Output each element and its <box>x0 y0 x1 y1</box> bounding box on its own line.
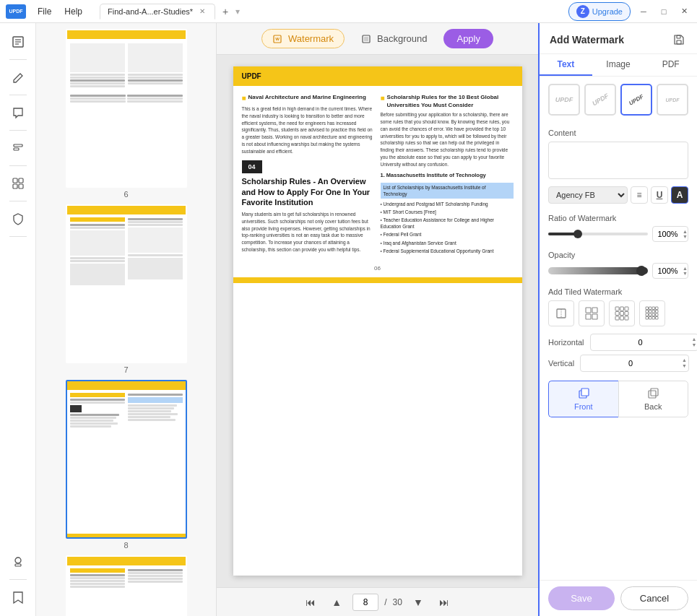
svg-rect-50 <box>581 389 589 396</box>
opacity-slider-thumb[interactable] <box>636 266 646 276</box>
right-panel: Add Watermark Text Image PDF UPDF UPDF U… <box>538 23 697 616</box>
upgrade-button[interactable]: Z Upgrade <box>568 2 631 21</box>
maximize-btn[interactable]: □ <box>657 4 671 19</box>
opacity-slider-track[interactable] <box>548 267 648 274</box>
vertical-down-arrow[interactable]: ▼ <box>682 363 687 369</box>
minimize-btn[interactable]: ─ <box>636 4 651 19</box>
last-page-btn[interactable]: ⏭ <box>434 592 454 612</box>
thumbnail-page-6[interactable]: 6 <box>42 29 210 199</box>
font-select[interactable]: Agency FB <box>548 186 628 204</box>
ratio-down-arrow[interactable]: ▼ <box>683 234 688 239</box>
right-panel-title: Add Watermark <box>550 34 624 45</box>
svg-rect-42 <box>649 313 652 316</box>
horizontal-up-arrow[interactable]: ▲ <box>692 337 697 342</box>
horizontal-row: Horizontal ▲ ▼ <box>548 334 688 351</box>
left-toolbar <box>0 23 36 616</box>
tiled-single[interactable] <box>548 300 574 326</box>
vertical-up-arrow[interactable]: ▲ <box>682 357 687 363</box>
cancel-button[interactable]: Cancel <box>620 586 688 610</box>
svg-rect-39 <box>652 311 655 313</box>
thumb-num-8: 8 <box>124 541 128 550</box>
svg-rect-37 <box>646 311 649 313</box>
svg-rect-43 <box>652 313 655 316</box>
active-tab[interactable]: Find-and-A...er-Studies* ✕ <box>100 4 215 19</box>
toolbar-bookmark-icon[interactable] <box>5 584 31 610</box>
list-item: Undergrad and Postgrad MIT Scholarship F… <box>381 200 514 208</box>
watermark-button[interactable]: W Watermark <box>261 29 345 48</box>
toolbar-comment-icon[interactable] <box>5 100 31 126</box>
right-panel-header: Add Watermark <box>540 23 697 54</box>
toolbar-edit-icon[interactable] <box>5 64 31 90</box>
thumb-img-8 <box>66 380 187 539</box>
thumbnail-page-7[interactable]: 7 <box>42 204 210 374</box>
toolbar-organize-icon[interactable] <box>5 170 31 196</box>
tab-dropdown[interactable]: ▾ <box>235 6 240 17</box>
svg-rect-22 <box>586 314 591 319</box>
toolbar-protect-icon[interactable] <box>5 206 31 232</box>
ratio-up-arrow[interactable]: ▲ <box>683 229 688 234</box>
new-tab-btn[interactable]: + <box>218 4 233 19</box>
back-label: Back <box>644 402 662 411</box>
toolbar-read-icon[interactable] <box>5 29 31 55</box>
apply-button[interactable]: Apply <box>443 29 493 48</box>
next-page-btn[interactable]: ▼ <box>408 592 428 612</box>
save-button[interactable]: Save <box>548 586 615 610</box>
front-btn[interactable]: Front <box>548 381 618 417</box>
upgrade-label: Upgrade <box>592 7 623 16</box>
underline-btn[interactable]: U <box>651 186 668 204</box>
tab-pdf[interactable]: PDF <box>644 54 697 76</box>
style-preset-4[interactable]: UPDF <box>657 84 688 116</box>
front-label: Front <box>574 402 593 411</box>
style-preset-1[interactable]: UPDF <box>548 84 580 116</box>
ratio-slider-row: 100% ▲ ▼ <box>548 226 688 242</box>
horizontal-input[interactable] <box>591 338 690 347</box>
action-row: Save Cancel <box>540 580 697 616</box>
svg-rect-38 <box>649 311 652 313</box>
style-preset-2[interactable]: UPDF <box>584 84 616 116</box>
opacity-label: Opacity <box>548 251 688 259</box>
horizontal-arrows: ▲ ▼ <box>690 337 697 349</box>
tab-close-btn[interactable]: ✕ <box>197 6 207 17</box>
toolbar-stamp-icon[interactable] <box>5 549 31 575</box>
horizontal-down-arrow[interactable]: ▼ <box>692 342 697 348</box>
background-button[interactable]: Background <box>350 29 438 48</box>
right-section-text: Before submitting your application for a… <box>381 111 514 168</box>
toolbar-form-icon[interactable] <box>5 135 31 161</box>
ratio-slider-track[interactable] <box>548 233 648 235</box>
opacity-down-arrow[interactable]: ▼ <box>683 271 688 276</box>
menu-file[interactable]: File <box>32 5 57 18</box>
content-textarea[interactable] <box>548 142 688 179</box>
vertical-input[interactable] <box>581 359 680 368</box>
ratio-slider-thumb[interactable] <box>573 230 582 238</box>
thumbnail-page-9[interactable]: 9 <box>42 555 210 616</box>
tab-label: Find-and-A...er-Studies* <box>108 7 193 16</box>
first-page-btn[interactable]: ⏮ <box>300 592 321 612</box>
tab-image[interactable]: Image <box>592 54 645 76</box>
back-btn[interactable]: Back <box>618 381 689 417</box>
tiled-3x3[interactable] <box>609 300 635 326</box>
thumbnail-page-8[interactable]: 8 <box>42 380 210 550</box>
page-nav: ⏮ ▲ / 30 ▼ ⏭ <box>217 587 538 616</box>
tab-text[interactable]: Text <box>540 54 592 76</box>
tiled-2x2[interactable] <box>579 300 605 326</box>
page-number-input[interactable] <box>352 594 378 611</box>
menu-help[interactable]: Help <box>59 5 88 18</box>
close-btn[interactable]: ✕ <box>677 4 691 19</box>
tiled-4x4[interactable] <box>639 300 665 326</box>
svg-rect-26 <box>625 307 628 311</box>
page-separator: / <box>384 597 386 607</box>
style-preset-3[interactable]: UPDF <box>620 84 652 116</box>
align-left-btn[interactable]: ≡ <box>631 186 648 204</box>
svg-rect-16 <box>677 40 681 44</box>
opacity-up-arrow[interactable]: ▲ <box>683 266 688 271</box>
content-section: Content Agency FB ≡ U A <box>540 123 697 209</box>
svg-rect-24 <box>615 307 619 311</box>
separator-7 <box>9 579 27 580</box>
panel-save-icon[interactable] <box>671 32 687 48</box>
svg-rect-20 <box>586 308 591 313</box>
color-btn[interactable]: A <box>671 186 688 204</box>
svg-rect-4 <box>14 144 22 147</box>
list-item: Teacher Education Assistance for College… <box>381 216 514 230</box>
prev-page-btn[interactable]: ▲ <box>326 592 347 612</box>
left-section-text: This is a great field in high demand in … <box>242 105 375 155</box>
